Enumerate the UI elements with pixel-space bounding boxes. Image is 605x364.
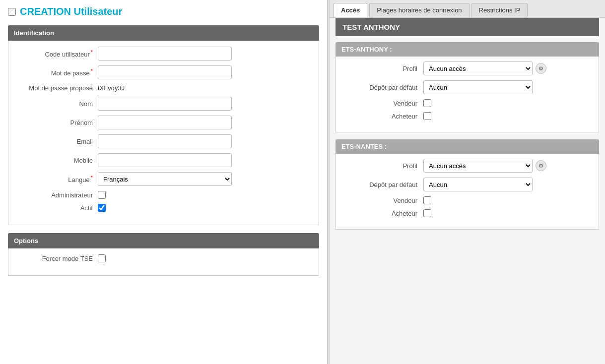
administrateur-row: Administrateur bbox=[18, 191, 309, 199]
mot-de-passe-input[interactable] bbox=[98, 65, 232, 79]
prenom-row: Prénom bbox=[18, 116, 309, 129]
entity2-body: Profil Aucun accès Admin Lecture seule ⚙… bbox=[336, 154, 599, 230]
code-utilisateur-input[interactable] bbox=[98, 47, 232, 61]
entity2-acheteur-label: Acheteur bbox=[344, 210, 423, 217]
email-label: Email bbox=[18, 138, 98, 145]
entity1-vendeur-label: Vendeur bbox=[344, 100, 423, 107]
actif-checkbox[interactable] bbox=[98, 204, 106, 212]
title-checkbox[interactable] bbox=[8, 8, 16, 16]
administrateur-label: Administrateur bbox=[18, 191, 98, 199]
mot-de-passe-row: Mot de passe* bbox=[18, 65, 309, 79]
entity1-header: ETS-ANTHONY : bbox=[336, 42, 599, 57]
entity1-profil-row: Profil Aucun accès Admin Lecture seule ⚙ bbox=[344, 61, 591, 75]
entity1-profil-label: Profil bbox=[344, 65, 423, 72]
administrateur-checkbox[interactable] bbox=[98, 191, 106, 199]
identification-body: Code utilisateur* Mot de passe* Mot de p… bbox=[8, 41, 319, 225]
tab-plages[interactable]: Plages horaires de connexion bbox=[369, 3, 469, 17]
forcer-mode-tse-row: Forcer mode TSE bbox=[18, 254, 309, 262]
entity2-profil-row: Profil Aucun accès Admin Lecture seule ⚙ bbox=[344, 159, 591, 173]
actif-row: Actif bbox=[18, 204, 309, 212]
mot-de-passe-label: Mot de passe* bbox=[18, 68, 98, 77]
options-header: Options bbox=[8, 233, 319, 248]
entity1-depot-row: Dépôt par défaut Aucun Dépôt 1 Dépôt 2 bbox=[344, 80, 591, 94]
entity1-vendeur-checkbox[interactable] bbox=[423, 99, 431, 107]
tabs-bar: Accès Plages horaires de connexion Restr… bbox=[330, 0, 605, 18]
forcer-mode-tse-checkbox[interactable] bbox=[98, 254, 106, 262]
nom-row: Nom bbox=[18, 97, 309, 111]
entity2-depot-select[interactable]: Aucun Dépôt 1 Dépôt 2 bbox=[423, 178, 533, 191]
identification-header: Identification bbox=[8, 25, 319, 41]
code-utilisateur-row: Code utilisateur* bbox=[18, 47, 309, 61]
entity1-section: ETS-ANTHONY : Profil Aucun accès Admin L… bbox=[336, 42, 599, 132]
mot-de-passe-propose-row: Mot de passe proposé tXFvqy3J bbox=[18, 84, 309, 92]
tab-acces[interactable]: Accès bbox=[334, 3, 367, 17]
entity2-acheteur-row: Acheteur bbox=[344, 209, 591, 217]
right-panel: Accès Plages horaires de connexion Restr… bbox=[330, 0, 605, 364]
entity2-header: ETS-NANTES : bbox=[336, 139, 599, 154]
email-input[interactable] bbox=[98, 134, 232, 148]
nom-input[interactable] bbox=[98, 97, 232, 111]
entity1-acheteur-row: Acheteur bbox=[344, 112, 591, 120]
mobile-row: Mobile bbox=[18, 153, 309, 167]
entity2-profil-settings-icon[interactable]: ⚙ bbox=[536, 160, 546, 171]
entity2-profil-select[interactable]: Aucun accès Admin Lecture seule bbox=[423, 159, 533, 173]
entity2-vendeur-label: Vendeur bbox=[344, 197, 423, 204]
mot-de-passe-propose-value: tXFvqy3J bbox=[98, 84, 125, 92]
forcer-mode-tse-label: Forcer mode TSE bbox=[18, 255, 98, 262]
entity1-body: Profil Aucun accès Admin Lecture seule ⚙… bbox=[336, 57, 599, 132]
code-utilisateur-label: Code utilisateur* bbox=[18, 49, 98, 58]
right-content: TEST ANTHONY ETS-ANTHONY : Profil Aucun … bbox=[330, 18, 605, 243]
options-body: Forcer mode TSE bbox=[8, 248, 319, 276]
langue-label: Langue* bbox=[18, 175, 98, 183]
user-title-bar: TEST ANTHONY bbox=[336, 18, 599, 36]
tab-restrictions[interactable]: Restrictions IP bbox=[471, 3, 528, 17]
mobile-input[interactable] bbox=[98, 153, 232, 167]
prenom-input[interactable] bbox=[98, 116, 232, 129]
email-row: Email bbox=[18, 134, 309, 148]
entity1-profil-select[interactable]: Aucun accès Admin Lecture seule bbox=[423, 61, 533, 75]
page-title-row: CREATION Utilisateur bbox=[8, 6, 319, 17]
langue-select[interactable]: Français English Español bbox=[98, 172, 232, 186]
entity1-vendeur-row: Vendeur bbox=[344, 99, 591, 107]
entity2-depot-row: Dépôt par défaut Aucun Dépôt 1 Dépôt 2 bbox=[344, 178, 591, 191]
entity2-vendeur-checkbox[interactable] bbox=[423, 196, 431, 204]
page-title: CREATION Utilisateur bbox=[20, 6, 122, 17]
entity1-profil-settings-icon[interactable]: ⚙ bbox=[536, 63, 546, 74]
actif-label: Actif bbox=[18, 204, 98, 212]
entity2-section: ETS-NANTES : Profil Aucun accès Admin Le… bbox=[336, 139, 599, 230]
nom-label: Nom bbox=[18, 100, 98, 108]
mobile-label: Mobile bbox=[18, 157, 98, 164]
entity2-profil-label: Profil bbox=[344, 162, 423, 170]
entity1-acheteur-checkbox[interactable] bbox=[423, 112, 431, 120]
entity2-vendeur-row: Vendeur bbox=[344, 196, 591, 204]
entity2-depot-label: Dépôt par défaut bbox=[344, 181, 423, 188]
langue-row: Langue* Français English Español bbox=[18, 172, 309, 186]
entity1-depot-label: Dépôt par défaut bbox=[344, 84, 423, 91]
left-panel: CREATION Utilisateur Identification Code… bbox=[0, 0, 328, 364]
entity1-acheteur-label: Acheteur bbox=[344, 113, 423, 120]
prenom-label: Prénom bbox=[18, 119, 98, 126]
entity2-acheteur-checkbox[interactable] bbox=[423, 209, 431, 217]
mot-de-passe-propose-label: Mot de passe proposé bbox=[18, 84, 98, 92]
entity1-depot-select[interactable]: Aucun Dépôt 1 Dépôt 2 bbox=[423, 80, 533, 94]
